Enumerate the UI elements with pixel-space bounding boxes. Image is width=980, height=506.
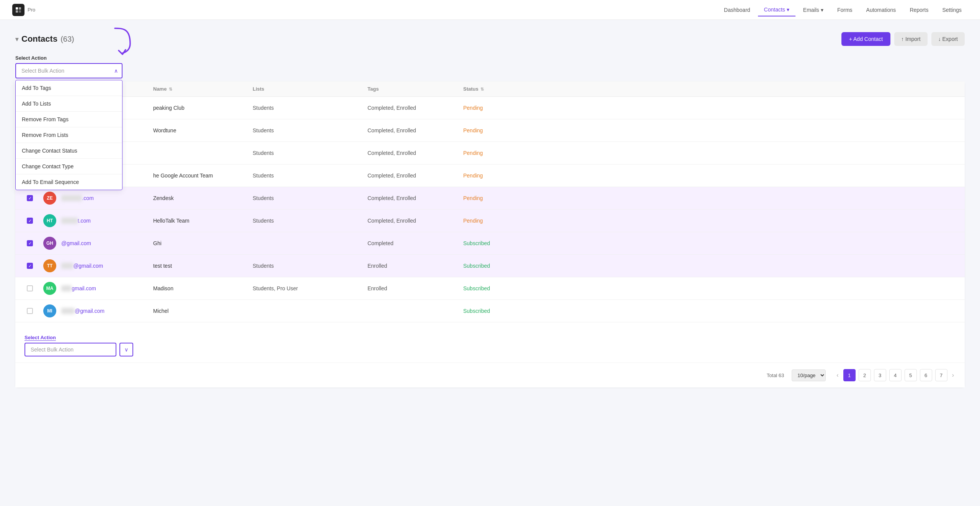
row-name: Michel bbox=[153, 308, 253, 314]
row-avatar: TT bbox=[38, 259, 61, 272]
nav-dashboard[interactable]: Dashboard bbox=[718, 4, 756, 16]
bulk-action-dropdown: Select Bulk Action ∧ Add To Tags Add To … bbox=[15, 63, 122, 78]
menu-item-change-contact-status[interactable]: Change Contact Status bbox=[16, 143, 122, 159]
row-tags: Completed, Enrolled bbox=[368, 150, 463, 156]
bulk-action-placeholder: Select Bulk Action bbox=[21, 68, 64, 74]
row-checkbox[interactable]: ✓ bbox=[21, 263, 38, 269]
row-avatar: GH bbox=[38, 237, 61, 250]
row-tags: Enrolled bbox=[368, 263, 463, 269]
status-sort-icon: ⇅ bbox=[480, 87, 484, 91]
menu-item-change-contact-type[interactable]: Change Contact Type bbox=[16, 159, 122, 174]
contacts-count: (63) bbox=[60, 35, 74, 44]
row-email: @gmail.com bbox=[61, 263, 153, 269]
row-email: @gmail.com bbox=[61, 240, 153, 246]
page-7-button[interactable]: 7 bbox=[935, 369, 947, 381]
main-content: ▾ Contacts (63) + Add Contact ↑ Import ↓… bbox=[0, 20, 980, 400]
checkbox-9[interactable] bbox=[27, 285, 33, 291]
row-name: Wordtune bbox=[153, 127, 253, 133]
checkbox-5[interactable]: ✓ bbox=[27, 195, 33, 201]
checkbox-10[interactable] bbox=[27, 308, 33, 314]
export-button[interactable]: ↓ Export bbox=[931, 32, 965, 46]
nav-reports[interactable]: Reports bbox=[903, 4, 934, 16]
page-2-button[interactable]: 2 bbox=[859, 369, 871, 381]
row-checkbox[interactable] bbox=[21, 308, 38, 314]
row-checkbox[interactable] bbox=[21, 285, 38, 291]
nav-links: Dashboard Contacts ▾ Emails ▾ Forms Auto… bbox=[57, 3, 968, 16]
avatar-8: TT bbox=[43, 259, 56, 272]
avatar-6: HT bbox=[43, 214, 56, 227]
nav-automations[interactable]: Automations bbox=[860, 4, 902, 16]
menu-item-remove-from-tags[interactable]: Remove From Tags bbox=[16, 112, 122, 127]
row-lists: Students bbox=[253, 218, 368, 224]
bottom-select-action-label: Select Action bbox=[24, 335, 956, 340]
row-lists: Students bbox=[253, 263, 368, 269]
bottom-bulk-action-trigger[interactable]: Select Bulk Action bbox=[24, 343, 116, 356]
avatar-9: MA bbox=[43, 282, 56, 295]
row-status: Pending bbox=[463, 127, 524, 133]
bottom-action-row: Select Bulk Action ∨ bbox=[24, 343, 956, 356]
row-name: he Google Account Team bbox=[153, 172, 253, 179]
row-email: gmail.com bbox=[61, 285, 153, 291]
row-tags: Enrolled bbox=[368, 285, 463, 291]
nav-forms[interactable]: Forms bbox=[831, 4, 859, 16]
nav-brand: Pro bbox=[12, 4, 44, 16]
bottom-chevron-button[interactable]: ∨ bbox=[119, 343, 133, 356]
per-page-select[interactable]: 10/page 25/page 50/page bbox=[792, 369, 826, 381]
nav-contacts[interactable]: Contacts ▾ bbox=[758, 3, 795, 16]
row-name: Ghi bbox=[153, 240, 253, 246]
svg-rect-2 bbox=[16, 10, 18, 13]
page-6-button[interactable]: 6 bbox=[920, 369, 932, 381]
checkbox-7[interactable]: ✓ bbox=[27, 240, 33, 246]
nav-settings[interactable]: Settings bbox=[936, 4, 968, 16]
col-header-tags: Tags bbox=[368, 86, 463, 92]
row-email: .com bbox=[61, 195, 153, 201]
row-name: test test bbox=[153, 263, 253, 269]
page-5-button[interactable]: 5 bbox=[905, 369, 917, 381]
row-tags: Completed, Enrolled bbox=[368, 172, 463, 179]
checkbox-8[interactable]: ✓ bbox=[27, 263, 33, 269]
import-button[interactable]: ↑ Import bbox=[894, 32, 928, 46]
next-page-button[interactable]: › bbox=[951, 372, 956, 379]
checkbox-6[interactable]: ✓ bbox=[27, 218, 33, 224]
pro-label: Pro bbox=[28, 7, 35, 13]
row-lists: Students bbox=[253, 105, 368, 111]
menu-item-add-to-lists[interactable]: Add To Lists bbox=[16, 96, 122, 112]
row-checkbox[interactable]: ✓ bbox=[21, 218, 38, 224]
title-arrow-icon: ▾ bbox=[15, 36, 18, 43]
contacts-table-card: Email Name ⇅ Lists Tags Status ⇅ SP peak… bbox=[15, 81, 965, 387]
page-1-button[interactable]: 1 bbox=[843, 369, 856, 381]
name-sort-icon: ⇅ bbox=[169, 87, 172, 91]
row-checkbox[interactable]: ✓ bbox=[21, 195, 38, 201]
menu-item-remove-from-lists[interactable]: Remove From Lists bbox=[16, 127, 122, 143]
table-row: ST Students Completed, Enrolled Pending bbox=[15, 142, 965, 164]
row-lists: Students bbox=[253, 172, 368, 179]
page-4-button[interactable]: 4 bbox=[889, 369, 902, 381]
row-email: t.com bbox=[61, 218, 153, 224]
top-navigation: Pro Dashboard Contacts ▾ Emails ▾ Forms … bbox=[0, 0, 980, 20]
table-row: ✓ TT @gmail.com test test Students Enrol… bbox=[15, 255, 965, 277]
page-3-button[interactable]: 3 bbox=[874, 369, 886, 381]
table-row: ✓ HT t.com HelloTalk Team Students Compl… bbox=[15, 210, 965, 232]
prev-page-button[interactable]: ‹ bbox=[835, 372, 840, 379]
row-tags: Completed, Enrolled bbox=[368, 105, 463, 111]
row-checkbox[interactable]: ✓ bbox=[21, 240, 38, 246]
svg-rect-1 bbox=[19, 7, 21, 10]
row-tags: Completed, Enrolled bbox=[368, 218, 463, 224]
row-name: Zendesk bbox=[153, 195, 253, 201]
row-name: peaking Club bbox=[153, 105, 253, 111]
app-logo bbox=[12, 4, 24, 16]
nav-emails[interactable]: Emails ▾ bbox=[797, 4, 830, 16]
table-row: ✓ GH @gmail.com Ghi Completed Subscribed bbox=[15, 232, 965, 255]
add-contact-button[interactable]: + Add Contact bbox=[841, 32, 890, 46]
pagination-bar: Total 63 10/page 25/page 50/page ‹ 1 2 3… bbox=[15, 363, 965, 387]
contacts-dropdown-icon: ▾ bbox=[787, 7, 789, 13]
svg-rect-0 bbox=[16, 7, 18, 10]
row-lists: Students bbox=[253, 195, 368, 201]
row-status: Subscribed bbox=[463, 285, 524, 291]
menu-item-add-to-tags[interactable]: Add To Tags bbox=[16, 80, 122, 96]
header-actions: + Add Contact ↑ Import ↓ Export bbox=[841, 32, 965, 46]
bulk-action-select-trigger[interactable]: Select Bulk Action ∧ bbox=[15, 63, 122, 78]
table-row: WO Wordtune Students Completed, Enrolled… bbox=[15, 119, 965, 142]
row-avatar: HT bbox=[38, 214, 61, 227]
menu-item-add-to-email-sequence[interactable]: Add To Email Sequence bbox=[16, 174, 122, 190]
